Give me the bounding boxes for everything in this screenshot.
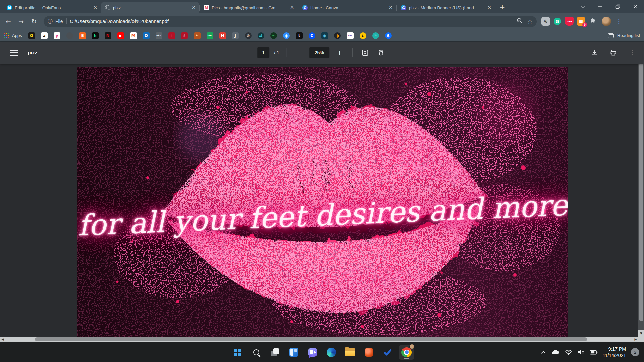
bitmoji-extension-icon[interactable]: ᕴ bbox=[541, 17, 550, 26]
reload-icon[interactable]: ↻ bbox=[28, 16, 40, 27]
bookmark-gmail[interactable]: M bbox=[130, 32, 137, 39]
bookmark-h-red[interactable]: H bbox=[219, 32, 226, 39]
onlyfans-icon bbox=[7, 5, 12, 10]
chrome-button[interactable] bbox=[399, 345, 414, 360]
new-tab-button[interactable]: + bbox=[498, 2, 507, 12]
apps-label[interactable]: Apps bbox=[12, 33, 22, 38]
start-button[interactable] bbox=[230, 345, 245, 360]
office-button[interactable] bbox=[362, 345, 376, 360]
clock-time: 9:17 PM bbox=[603, 346, 626, 352]
zoom-out-page-icon[interactable] bbox=[517, 18, 523, 25]
tab-close-icon[interactable]: × bbox=[92, 5, 98, 11]
tab-close-icon[interactable]: × bbox=[486, 5, 492, 11]
file-explorer-button[interactable] bbox=[343, 345, 358, 360]
bookmark-star-icon[interactable]: ☆ bbox=[527, 18, 533, 25]
close-window-icon[interactable] bbox=[627, 0, 644, 13]
rotate-icon[interactable] bbox=[375, 47, 387, 58]
bookmark-gem[interactable]: ◆ bbox=[321, 32, 328, 39]
fit-to-page-icon[interactable] bbox=[359, 47, 371, 58]
notification-badge[interactable]: 2 bbox=[631, 348, 639, 356]
tab-onlyfans[interactable]: Edit profile — OnlyFans × bbox=[3, 2, 101, 13]
bookmark-fsa[interactable]: FSA bbox=[156, 32, 162, 39]
bookmark-chat-teal[interactable]: ❝ bbox=[372, 32, 379, 39]
zoom-level-value[interactable]: 25% bbox=[309, 47, 329, 58]
taskbar-search-button[interactable] bbox=[249, 345, 264, 360]
bookmark-outlook[interactable]: O bbox=[143, 32, 150, 39]
vertical-scrollbar[interactable]: ▼ bbox=[638, 64, 644, 337]
todo-button[interactable] bbox=[380, 345, 395, 360]
bookmark-bnc[interactable]: bnc bbox=[207, 32, 213, 39]
bookmark-leaf[interactable]: ❧ bbox=[270, 32, 277, 39]
bookmark-half-circle[interactable]: ◑ bbox=[334, 32, 341, 39]
tab-search-chevron-icon[interactable] bbox=[574, 0, 592, 13]
page-number-input[interactable]: 1 bbox=[257, 47, 269, 58]
taskbar-clock[interactable]: 9:17 PM 11/14/2021 bbox=[603, 346, 626, 359]
tab-close-icon[interactable]: × bbox=[191, 5, 197, 11]
forward-icon[interactable]: → bbox=[15, 16, 27, 27]
bookmark-in[interactable]: in bbox=[194, 32, 201, 39]
chat-button[interactable] bbox=[305, 345, 320, 360]
bookmark-etsy[interactable]: E bbox=[79, 32, 86, 39]
tab-close-icon[interactable]: × bbox=[289, 5, 295, 11]
bookmark-coinbase[interactable]: C bbox=[309, 32, 315, 39]
bookmark-red-mark-2[interactable]: ♯ bbox=[181, 32, 188, 39]
bookmark-youtube[interactable]: ▶ bbox=[117, 32, 124, 39]
canva-icon: C bbox=[302, 5, 308, 10]
scroll-down-arrow-icon[interactable]: ▼ bbox=[638, 330, 644, 337]
bookmark-g-gold[interactable]: G bbox=[28, 32, 35, 39]
bookmark-bee[interactable]: ≋ bbox=[360, 32, 366, 39]
minimize-icon[interactable] bbox=[592, 0, 609, 13]
bookmark-hulu[interactable]: h bbox=[92, 32, 99, 39]
horizontal-scrollbar[interactable]: ◀ ▶ bbox=[0, 337, 638, 342]
back-icon[interactable]: ← bbox=[3, 16, 14, 27]
bookmark-red-mark-1[interactable]: ♯ bbox=[168, 32, 175, 39]
battery-icon[interactable] bbox=[590, 350, 598, 355]
scroll-right-arrow-icon[interactable]: ▶ bbox=[633, 337, 638, 342]
scroll-left-arrow-icon[interactable]: ◀ bbox=[0, 337, 5, 342]
tab-pizz-pdf[interactable]: pizz × bbox=[101, 2, 199, 13]
bookmark-arrows[interactable]: ⇄ bbox=[258, 32, 264, 39]
profile-avatar[interactable] bbox=[602, 17, 611, 26]
restore-icon[interactable] bbox=[609, 0, 627, 13]
tab-canva-home[interactable]: C Home - Canva × bbox=[298, 2, 396, 13]
vertical-scrollbar-thumb[interactable] bbox=[639, 64, 643, 321]
address-bar[interactable]: ⓘ File C:/Users/bmqua/Downloads/of%20ban… bbox=[44, 16, 537, 27]
reading-list-button[interactable]: Reading list bbox=[600, 32, 640, 39]
bookmark-xm[interactable]: XM bbox=[347, 32, 354, 39]
volume-muted-icon[interactable] bbox=[577, 349, 585, 355]
bookmark-cash[interactable]: $ bbox=[385, 32, 392, 39]
extensions-puzzle-icon[interactable] bbox=[588, 17, 597, 26]
widgets-button[interactable] bbox=[286, 345, 301, 360]
tray-chevron-up-icon[interactable] bbox=[541, 351, 546, 354]
globe-icon bbox=[105, 5, 110, 10]
edge-button[interactable] bbox=[324, 345, 339, 360]
page-info-icon[interactable]: ⓘ bbox=[48, 18, 53, 25]
tab-close-icon[interactable]: × bbox=[388, 5, 394, 11]
bookmark-amazon[interactable]: a bbox=[41, 32, 48, 39]
pdf-menu-icon[interactable] bbox=[10, 50, 18, 56]
bookmark-camera-blue[interactable]: ◉ bbox=[283, 32, 290, 39]
onedrive-cloud-icon[interactable] bbox=[551, 349, 560, 355]
grammarly-extension-icon[interactable]: G bbox=[553, 17, 562, 26]
download-icon[interactable] bbox=[589, 47, 600, 58]
tab-gmail[interactable]: M Pics - bmqualk@gmail.com - Gm × bbox=[200, 2, 298, 13]
bookmark-netflix[interactable]: N bbox=[105, 32, 111, 39]
tab-canva-banner[interactable]: C pizz - Medium Banner (US) (Land × bbox=[397, 2, 495, 13]
print-icon[interactable] bbox=[608, 47, 619, 58]
wifi-icon[interactable] bbox=[565, 349, 572, 355]
bookmark-j-slate[interactable]: J bbox=[232, 32, 239, 39]
horizontal-scrollbar-thumb[interactable] bbox=[35, 337, 587, 341]
honey-extension-icon[interactable]: ▦ 5 bbox=[577, 17, 585, 26]
edge-icon bbox=[327, 348, 336, 357]
task-view-button[interactable] bbox=[268, 345, 282, 360]
pdf-more-options-icon[interactable]: ⋮ bbox=[627, 47, 638, 58]
browser-menu-icon[interactable]: ⋮ bbox=[616, 18, 622, 25]
adblock-extension-icon[interactable]: ABP bbox=[565, 17, 574, 26]
apps-grid-icon[interactable] bbox=[4, 33, 9, 38]
bookmark-wings[interactable]: y bbox=[54, 32, 60, 39]
zoom-in-icon[interactable]: + bbox=[334, 47, 345, 58]
bookmark-t-dark[interactable]: t bbox=[296, 32, 303, 39]
bookmark-globe[interactable]: ⊕ bbox=[245, 32, 252, 39]
bookmark-creature[interactable] bbox=[66, 32, 73, 39]
zoom-out-icon[interactable]: − bbox=[293, 47, 305, 58]
